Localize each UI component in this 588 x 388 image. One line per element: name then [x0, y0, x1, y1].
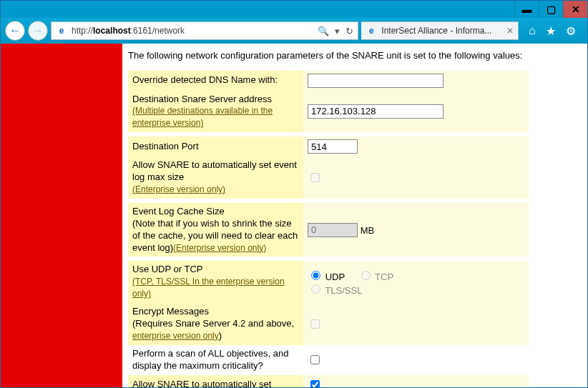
network-config-form: Override detected DNS Name with: Destina…: [128, 71, 529, 387]
scan-objectives-label: Perform a scan of ALL objectives, and di…: [128, 345, 303, 375]
protocol-tls-radio: [311, 284, 320, 294]
forward-icon: →: [32, 24, 44, 37]
browser-window: ▬ ▢ ✕ ← → e http://localhost:6161/networ…: [0, 0, 588, 388]
left-sidebar: [1, 44, 122, 387]
dropdown-icon[interactable]: ▾: [335, 26, 340, 36]
favorites-icon[interactable]: ★: [546, 24, 556, 38]
close-button[interactable]: ✕: [563, 1, 587, 18]
cache-size-sublink[interactable]: (Enterprise version only): [173, 243, 266, 253]
encrypt-note-c: ): [219, 330, 222, 341]
tab-title: InterSect Alliance - Informa...: [381, 26, 491, 36]
window-titlebar: ▬ ▢ ✕: [1, 1, 587, 18]
dest-address-sublink[interactable]: (Multiple destinations available in the …: [132, 106, 273, 128]
protocol-tcp-radio: [361, 271, 371, 280]
protocol-label: Use UDP or TCP: [132, 264, 203, 274]
toolbar-right: ⌂ ★ ⚙: [521, 24, 583, 38]
scan-objectives-checkbox[interactable]: [310, 355, 320, 364]
dest-port-label: Destination Port: [128, 136, 303, 156]
intro-text: The following network configuration para…: [128, 49, 580, 62]
tab-close-icon[interactable]: ✕: [506, 26, 514, 36]
encrypt-label: Encrypt Messages: [132, 306, 209, 317]
protocol-udp-radio[interactable]: [311, 271, 320, 280]
minimize-icon: ▬: [522, 4, 532, 15]
maximize-icon: ▢: [547, 4, 556, 15]
browser-toolbar: ← → e http://localhost:6161/network 🔍 ▾ …: [1, 18, 587, 44]
auto-config-label: Allow SNARE to automatically set: [128, 375, 303, 387]
cache-size-label: Event Log Cache Size: [132, 206, 225, 217]
tools-icon[interactable]: ⚙: [566, 24, 576, 38]
back-icon: ←: [9, 24, 21, 37]
close-icon: ✕: [572, 4, 580, 15]
main-scroll-area[interactable]: The following network configuration para…: [122, 44, 587, 387]
cache-size-input: [308, 223, 358, 237]
url-text: http://localhost:6161/network: [72, 26, 313, 36]
encrypt-note-link[interactable]: enterprise version only: [132, 331, 219, 341]
auto-maxsize-checkbox: [310, 173, 320, 182]
dns-override-label: Override detected DNS Name with:: [128, 71, 303, 91]
ie-icon: e: [56, 25, 67, 36]
dest-address-label: Destination Snare Server address: [132, 94, 272, 104]
dest-port-input[interactable]: [308, 139, 358, 154]
refresh-icon[interactable]: ↻: [346, 26, 353, 36]
dest-address-input[interactable]: [308, 104, 444, 119]
auto-maxsize-label: Allow SNARE to automatically set event l…: [132, 159, 297, 182]
tab-favicon-icon: e: [366, 25, 377, 36]
dns-override-input[interactable]: [308, 74, 444, 88]
address-bar[interactable]: e http://localhost:6161/network 🔍 ▾ ↻: [51, 21, 358, 40]
minimize-button[interactable]: ▬: [514, 1, 539, 18]
page-content: The following network configuration para…: [1, 44, 587, 387]
browser-tab[interactable]: e InterSect Alliance - Informa... ✕: [361, 21, 519, 40]
protocol-tcp-option: TCP: [358, 272, 393, 282]
back-button[interactable]: ←: [5, 21, 25, 41]
forward-button[interactable]: →: [28, 21, 48, 41]
home-icon[interactable]: ⌂: [529, 24, 536, 38]
encrypt-checkbox: [310, 319, 320, 329]
protocol-tls-option: TLS/SSL: [308, 285, 362, 296]
auto-maxsize-sublink[interactable]: (Enterprise version only): [132, 184, 225, 194]
addrbar-controls: 🔍 ▾ ↻: [318, 26, 353, 36]
search-icon[interactable]: 🔍: [318, 26, 329, 36]
protocol-sublink[interactable]: (TCP, TLS/SSL In the enterprise version …: [132, 277, 285, 299]
auto-config-checkbox[interactable]: [310, 380, 320, 387]
encrypt-note-a: (Requires Snare Server 4.2 and above,: [132, 318, 294, 329]
protocol-udp-option[interactable]: UDP: [308, 272, 345, 282]
cache-size-unit: MB: [361, 224, 375, 235]
maximize-button[interactable]: ▢: [539, 1, 563, 18]
